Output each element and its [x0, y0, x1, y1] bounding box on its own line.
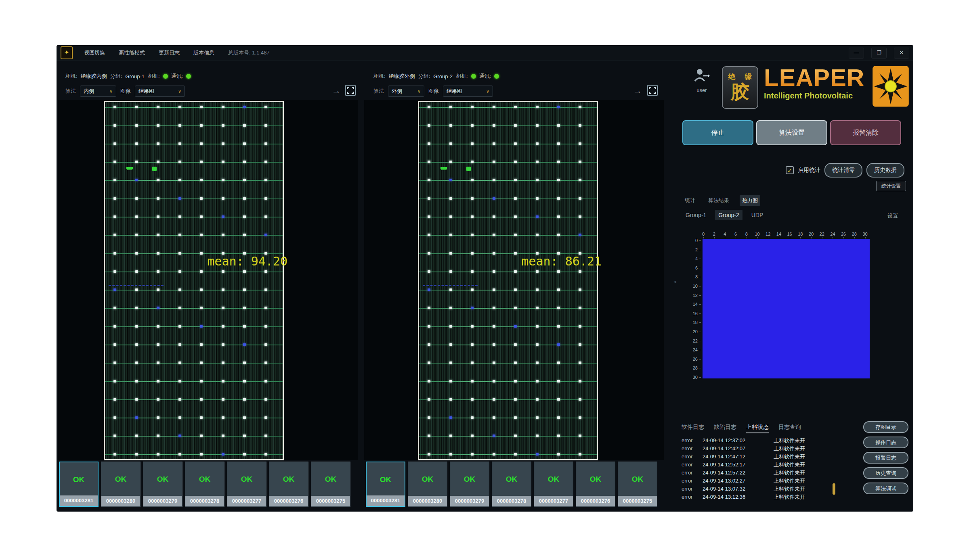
- busbar-line: [105, 125, 283, 126]
- busbar-line: [419, 399, 597, 400]
- tile-serial-number: 0000003276: [269, 496, 308, 506]
- solder-dot: [493, 416, 495, 419]
- result-tile[interactable]: OK0000003277: [534, 462, 573, 507]
- tab-软件日志[interactable]: 软件日志: [682, 424, 704, 433]
- algo-dropdown[interactable]: 内侧 ∨: [80, 86, 116, 97]
- stats-reset-button[interactable]: 统计清零: [824, 163, 862, 178]
- solder-dot: [243, 398, 246, 401]
- tab-UDP[interactable]: UDP: [748, 210, 767, 220]
- image-dropdown[interactable]: 结果图 ∨: [135, 86, 185, 97]
- stop-button[interactable]: 停止: [682, 120, 753, 145]
- menu-item-3[interactable]: 版本信息: [193, 49, 214, 56]
- result-tile[interactable]: OK0000003275: [618, 462, 657, 507]
- result-tile[interactable]: OK0000003276: [576, 462, 615, 507]
- menu-item-0[interactable]: 视图切换: [84, 49, 105, 56]
- heatmap-x-tick: 8: [745, 232, 748, 236]
- result-tile[interactable]: OK0000003276: [269, 462, 308, 507]
- heatmap-x-tick: 18: [798, 232, 803, 236]
- result-tile[interactable]: OK0000003280: [101, 462, 141, 507]
- tab-Group-1[interactable]: Group-1: [682, 210, 709, 220]
- tab-统计[interactable]: 统计: [682, 195, 698, 206]
- tab-Group-2[interactable]: Group-2: [715, 210, 742, 220]
- collapse-sidebar-icon[interactable]: ◄: [673, 279, 677, 284]
- busbar-line: [105, 199, 283, 199]
- solder-dot: [135, 161, 138, 163]
- heatmap-y-tick: 24: [686, 347, 698, 352]
- heatmap-x-tickmark: [714, 237, 715, 238]
- fullscreen-icon[interactable]: [345, 85, 357, 97]
- tab-上料状态[interactable]: 上料状态: [746, 424, 769, 433]
- image-dropdown[interactable]: 结果图 ∨: [443, 86, 493, 97]
- solder-dot: [493, 435, 495, 437]
- user-switch[interactable]: user: [691, 68, 712, 93]
- defect-mark: [466, 167, 471, 171]
- result-tile[interactable]: OK0000003279: [450, 462, 489, 507]
- alarm-clear-button[interactable]: 报警清除: [830, 120, 901, 145]
- solder-dot: [264, 179, 267, 181]
- busbar-line: [419, 381, 597, 382]
- heatmap-settings-link[interactable]: 设置: [887, 212, 898, 219]
- log-button-0[interactable]: 存图目录: [863, 421, 908, 433]
- solder-dot: [449, 361, 452, 364]
- tab-热力图[interactable]: 热力图: [740, 195, 760, 206]
- result-tile[interactable]: OK0000003279: [143, 462, 182, 507]
- enable-stats-checkbox[interactable]: ✓: [786, 166, 794, 174]
- solder-dot: [557, 288, 560, 291]
- log-button-1[interactable]: 操作日志: [863, 437, 908, 448]
- solder-dot: [113, 270, 116, 273]
- solder-dot: [200, 288, 203, 291]
- view-tabs: 统计算法结果热力图: [682, 195, 760, 206]
- result-tile[interactable]: OK0000003277: [227, 462, 266, 507]
- result-tile[interactable]: OK0000003281: [59, 462, 99, 507]
- result-tile[interactable]: OK0000003278: [185, 462, 224, 507]
- stats-settings-button[interactable]: 统计设置: [876, 181, 906, 191]
- result-tile[interactable]: OK0000003275: [311, 462, 350, 507]
- menu-item-1[interactable]: 高性能模式: [119, 49, 145, 56]
- tile-serial-number: 0000003281: [60, 495, 98, 506]
- solder-dot: [222, 343, 224, 346]
- tab-日志查询[interactable]: 日志查询: [778, 424, 801, 433]
- log-button-4[interactable]: 算法调试: [863, 483, 908, 494]
- result-tile[interactable]: OK0000003281: [366, 462, 405, 507]
- solder-dot: [264, 124, 267, 127]
- busbar-line: [105, 381, 283, 382]
- close-button[interactable]: ✕: [894, 48, 909, 59]
- tab-算法结果[interactable]: 算法结果: [706, 195, 732, 206]
- tile-serial-number: 0000003281: [367, 495, 405, 506]
- solder-dot: [222, 416, 224, 419]
- fullscreen-icon[interactable]: [647, 85, 659, 97]
- solder-dot: [178, 307, 181, 309]
- solder-dot: [536, 106, 539, 108]
- result-tile[interactable]: OK0000003280: [408, 462, 447, 507]
- log-button-3[interactable]: 历史查询: [863, 467, 908, 479]
- tab-缺陷日志[interactable]: 缺陷日志: [714, 424, 736, 433]
- restore-button[interactable]: ❐: [871, 48, 887, 59]
- solder-dot: [200, 380, 203, 382]
- solder-dot: [471, 435, 474, 437]
- heatmap-x-tickmark: [747, 237, 747, 238]
- solder-dot: [579, 288, 581, 291]
- solder-dot: [135, 343, 138, 346]
- tile-status-text: OK: [311, 462, 350, 497]
- titlebar: ✦ 视图切换高性能模式更新日志版本信息 总版本号: 1.1.487 — ❐ ✕: [57, 45, 913, 61]
- scrollbar-thumb[interactable]: [833, 483, 835, 495]
- menu-item-2[interactable]: 更新日志: [159, 49, 180, 56]
- algo-settings-button[interactable]: 算法设置: [756, 120, 827, 145]
- solder-dot: [200, 197, 203, 200]
- solder-dot: [449, 106, 452, 108]
- heatmap-x-tick: 0: [702, 232, 705, 236]
- history-data-button[interactable]: 历史数据: [866, 163, 904, 178]
- solder-dot: [428, 288, 430, 291]
- solder-dot: [113, 325, 116, 328]
- solder-dot: [264, 307, 267, 309]
- solder-dot: [579, 270, 581, 273]
- solder-dot: [113, 161, 116, 163]
- algo-dropdown[interactable]: 外侧 ∨: [388, 86, 424, 97]
- result-tile[interactable]: OK0000003278: [492, 462, 531, 507]
- solder-dot: [536, 416, 539, 419]
- minimize-button[interactable]: —: [849, 48, 864, 59]
- log-button-2[interactable]: 报警日志: [863, 452, 908, 464]
- solder-dot: [471, 288, 474, 291]
- solder-dot: [222, 234, 224, 236]
- solder-dot: [264, 380, 267, 382]
